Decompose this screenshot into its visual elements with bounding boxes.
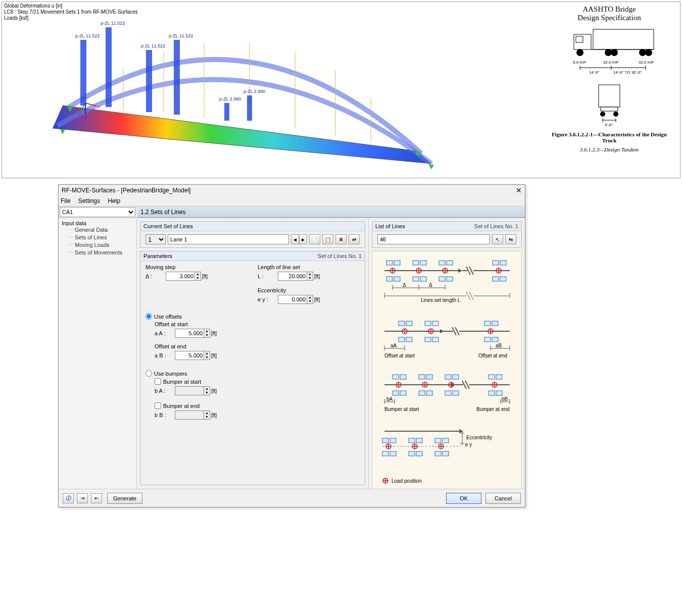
svg-rect-192 [409,438,415,443]
figure-sub: 3.6.1.2.3—Design Tandem [549,146,670,152]
copy-set-button[interactable]: 📋 [322,234,333,244]
svg-rect-62 [493,261,499,265]
bA-spinner[interactable]: ▲▼ [204,386,210,395]
bB-symbol: b B : [155,412,175,418]
svg-rect-61 [447,261,453,265]
bA-input[interactable] [175,386,204,395]
set-name-input[interactable] [168,234,289,244]
svg-rect-209 [416,451,422,456]
list-lines-right: Set of Lines No. 1 [474,223,518,229]
close-icon[interactable]: ✕ [516,185,522,196]
next-set-button[interactable]: ► [299,234,307,244]
svg-text:bA: bA [386,396,393,402]
svg-text:Bumper at start: Bumper at start [384,406,419,412]
length-input[interactable] [278,272,307,281]
list-lines-group: List of Lines Set of Lines No. 1 ↖ ⇆ [372,221,522,248]
input-tree[interactable]: Input data General Data Sets of Lines Mo… [59,218,137,489]
design-truck-icon: 8.0 KIP 32.0 KIP 32.0 KIP 14'-0" 14'-0" … [554,25,665,81]
cancel-button[interactable]: Cancel [485,493,521,504]
ecc-input[interactable] [278,295,307,304]
menu-file[interactable]: File [61,197,70,204]
prev-set-button[interactable]: ◄ [291,234,299,244]
svg-marker-65 [458,269,462,273]
svg-rect-167 [419,391,425,395]
svg-rect-104 [399,321,405,326]
set-number-select[interactable]: 1 [145,234,166,244]
svg-text:e y: e y [465,442,472,447]
ecc-spinner[interactable]: ▲▼ [307,295,313,304]
svg-text:Δ: Δ [429,282,432,288]
toolbar: CA1 1.2 Sets of Lines [59,206,525,218]
delta-input[interactable] [166,272,195,281]
svg-text:p-ZL 11.522: p-ZL 11.522 [75,33,100,38]
aB-spinner[interactable]: ▲▼ [204,351,210,360]
ok-button[interactable]: OK [446,493,481,504]
pick-line-button[interactable]: ↖ [492,234,503,244]
tree-sets-of-lines[interactable]: Sets of Lines [62,234,133,241]
offset-start-label: Offset at start [155,321,360,327]
menu-settings[interactable]: Settings [78,197,100,204]
ecc-symbol: e y : [258,296,278,302]
lane-diagram: Δ Δ Lines set length L [372,251,522,498]
svg-text:Z: Z [84,116,87,120]
aA-spinner[interactable]: ▲▼ [204,329,210,338]
bumper-start-label: Bumper at start [163,379,201,385]
aashto-title2: Design Specification [549,14,670,22]
svg-rect-128 [484,337,491,342]
generate-button[interactable]: Generate [107,493,142,504]
svg-text:Load position: Load position [392,478,422,484]
svg-rect-193 [416,438,422,443]
export-button[interactable]: ⇤ [91,493,102,503]
import-button[interactable]: ⇥ [77,493,88,503]
menu-help[interactable]: Help [108,197,120,204]
tree-root[interactable]: Input data [62,220,133,226]
use-bumpers-radio[interactable] [145,370,152,377]
svg-rect-146 [489,375,495,379]
bumper-start-check[interactable] [155,378,161,385]
dialog-titlebar[interactable]: RF-MOVE-Surfaces - [PedestrianBridge_Mod… [59,185,525,196]
svg-rect-126 [425,337,431,342]
truck-rear-icon: 6'-0" [592,82,627,127]
bumper-end-check[interactable] [155,402,161,409]
bB-input[interactable] [175,410,204,420]
svg-rect-207 [390,451,396,456]
svg-rect-56 [386,261,393,265]
help-button[interactable]: ⓘ [63,493,74,503]
svg-text:Eccentricity: Eccentricity [466,435,492,440]
case-selector[interactable]: CA1 [60,207,135,217]
length-spinner[interactable]: ▲▼ [307,272,313,281]
dialog-footer: ⓘ ⇥ ⇤ Generate OK Cancel [59,489,525,507]
svg-rect-168 [426,391,432,395]
svg-rect-21 [224,103,229,121]
menubar: File Settings Help [59,196,525,206]
svg-rect-58 [413,261,419,265]
use-offsets-radio[interactable] [145,313,152,320]
svg-rect-59 [420,261,426,265]
svg-text:p-ZL 11.522: p-ZL 11.522 [169,33,193,38]
renumber-button[interactable]: ⇄ [349,234,360,244]
svg-rect-84 [413,277,419,281]
svg-rect-63 [500,261,506,265]
svg-rect-170 [453,391,459,395]
delete-set-button[interactable]: ✖ [335,234,347,244]
use-bumpers-label: Use bumpers [154,371,187,377]
svg-rect-127 [432,337,439,342]
moving-step-label: Moving step [145,264,248,270]
figure-caption: Figure 3.6.1.2.2-1—Characteristics of th… [549,131,670,143]
svg-rect-88 [493,277,499,281]
bB-spinner[interactable]: ▲▼ [204,410,210,420]
lines-input[interactable] [377,234,490,244]
tree-sets-of-movements[interactable]: Sets of Movements [62,249,133,256]
aB-input[interactable] [175,351,204,360]
aA-input[interactable] [175,329,204,338]
current-set-group: Current Set of Lines 1 ◄ ► 📄 📋 [140,221,365,248]
svg-rect-89 [500,277,506,281]
svg-text:Lines set length L: Lines set length L [421,297,461,303]
delta-spinner[interactable]: ▲▼ [195,272,201,281]
tree-general-data[interactable]: General Data [62,226,133,234]
svg-rect-85 [420,277,426,281]
tree-moving-loads[interactable]: Moving Loads [62,241,133,249]
new-set-button[interactable]: 📄 [309,234,320,244]
reverse-line-button[interactable]: ⇆ [505,234,516,244]
rf-move-dialog: RF-MOVE-Surfaces - [PedestrianBridge_Mod… [58,184,525,507]
